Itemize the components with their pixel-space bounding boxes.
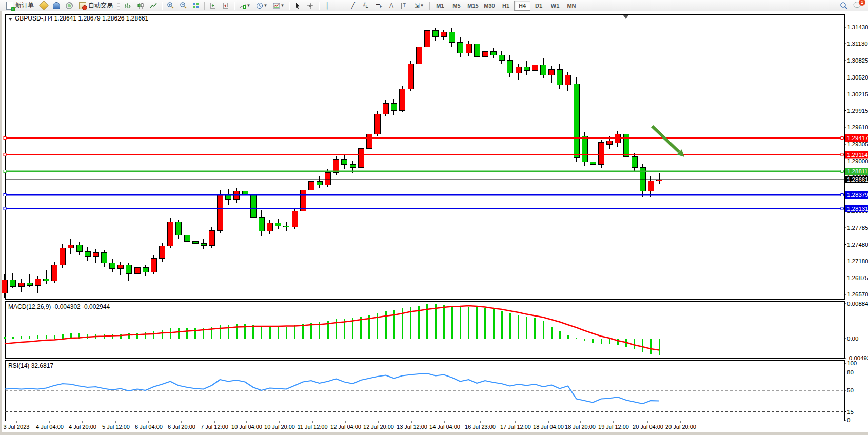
expert-advisors-button[interactable] bbox=[50, 0, 63, 11]
svg-text:5 Jul 12:00: 5 Jul 12:00 bbox=[102, 424, 130, 430]
search-icon[interactable] bbox=[840, 2, 848, 10]
templates-button[interactable]: ▼ bbox=[270, 0, 287, 11]
toolbar-separator bbox=[234, 2, 234, 10]
svg-text:1.31130: 1.31130 bbox=[847, 41, 868, 47]
svg-text:GBPUSD-,H4 1.28641 1.28679 1.: GBPUSD-,H4 1.28641 1.28679 1.28626 1.286… bbox=[15, 15, 149, 22]
fibonacci-button[interactable]: ☰F bbox=[372, 0, 385, 11]
bars-chart-button[interactable] bbox=[122, 0, 134, 11]
svg-text:4 Jul 20:00: 4 Jul 20:00 bbox=[69, 424, 96, 430]
svg-text:1.29915: 1.29915 bbox=[847, 108, 868, 114]
chevron-down-icon: ▼ bbox=[264, 3, 268, 8]
svg-text:1.27785: 1.27785 bbox=[847, 225, 868, 231]
trendline-button[interactable]: ╱ bbox=[347, 0, 359, 11]
new-order-label: 新订单 bbox=[15, 1, 34, 10]
svg-text:10 Jul 20:00: 10 Jul 20:00 bbox=[264, 424, 295, 430]
svg-text:1.29000: 1.29000 bbox=[847, 158, 868, 164]
arrows-button[interactable]: ⇲ ▼ bbox=[411, 0, 427, 11]
svg-text:1.27180: 1.27180 bbox=[847, 258, 868, 264]
text-label-button[interactable]: T bbox=[398, 0, 410, 11]
timeframe-m15[interactable]: M15 bbox=[465, 1, 481, 11]
svg-text:1.30825: 1.30825 bbox=[847, 57, 868, 64]
market-watch-button[interactable] bbox=[37, 0, 50, 11]
auto-scroll-button[interactable] bbox=[207, 0, 219, 11]
svg-text:1.29305: 1.29305 bbox=[847, 141, 868, 147]
svg-text:6 Jul 20:00: 6 Jul 20:00 bbox=[168, 424, 195, 430]
svg-text:100: 100 bbox=[847, 360, 857, 366]
chevron-down-icon: ▼ bbox=[281, 3, 285, 8]
svg-text:10 Jul 04:00: 10 Jul 04:00 bbox=[231, 424, 262, 430]
line-chart-button[interactable] bbox=[147, 0, 160, 11]
candles-chart-button[interactable] bbox=[134, 0, 147, 11]
timeframe-h1[interactable]: H1 bbox=[498, 1, 514, 11]
text-button[interactable]: A bbox=[385, 0, 398, 11]
svg-text:1.28379: 1.28379 bbox=[847, 192, 868, 198]
vertical-line-button[interactable]: │ bbox=[321, 0, 333, 11]
crosshair-icon bbox=[307, 2, 314, 9]
indicators-button[interactable]: ▼ bbox=[236, 0, 253, 11]
auto-trading-button[interactable]: 自动交易 bbox=[76, 0, 116, 11]
zoom-out-button[interactable] bbox=[177, 0, 189, 11]
chart-window[interactable]: GBPUSD-,H4 1.28641 1.28679 1.28626 1.286… bbox=[0, 11, 868, 435]
signals-button[interactable] bbox=[63, 0, 75, 11]
svg-text:16 Jul 23:00: 16 Jul 23:00 bbox=[465, 424, 496, 430]
auto-scroll-icon bbox=[209, 2, 216, 9]
svg-text:1.29417: 1.29417 bbox=[847, 135, 868, 141]
macd-label: MACD(12,26,9) -0.004302 -0.002944 bbox=[8, 303, 110, 310]
horizontal-line-icon: ─ bbox=[338, 3, 343, 9]
svg-text:0.00: 0.00 bbox=[847, 335, 858, 342]
toolbar-separator bbox=[319, 2, 319, 10]
candlestick-chart[interactable]: GBPUSD-,H4 1.28641 1.28679 1.28626 1.286… bbox=[2, 11, 868, 435]
svg-text:18 Jul 20:00: 18 Jul 20:00 bbox=[565, 424, 596, 430]
timeframe-d1[interactable]: D1 bbox=[530, 1, 547, 11]
timeframe-m30[interactable]: M30 bbox=[481, 1, 498, 11]
timeframe-h4[interactable]: H4 bbox=[514, 1, 530, 11]
candles-chart-icon bbox=[137, 2, 144, 9]
tile-windows-button[interactable] bbox=[190, 0, 202, 11]
vertical-line-icon: │ bbox=[325, 3, 329, 9]
zoom-in-button[interactable] bbox=[164, 0, 176, 11]
horizontal-line-button[interactable]: ─ bbox=[334, 0, 346, 11]
svg-text:18 Jul 04:00: 18 Jul 04:00 bbox=[533, 424, 564, 430]
signals-icon bbox=[66, 2, 73, 9]
trendline-icon: ╱ bbox=[351, 3, 354, 9]
svg-text:0: 0 bbox=[847, 417, 850, 423]
svg-text:13 Jul 12:00: 13 Jul 12:00 bbox=[397, 424, 427, 430]
svg-text:1.31430: 1.31430 bbox=[847, 24, 868, 30]
equidistant-channel-button[interactable]: ⫽E bbox=[360, 0, 372, 11]
periods-button[interactable]: ▼ bbox=[253, 0, 270, 11]
timeframe-m1[interactable]: M1 bbox=[432, 1, 448, 11]
equidistant-channel-icon: ⫽E bbox=[363, 2, 368, 8]
svg-text:1.26875: 1.26875 bbox=[847, 275, 868, 281]
toolbar-grip bbox=[117, 2, 120, 10]
timeframe-m5[interactable]: M5 bbox=[448, 1, 465, 11]
svg-text:1.27480: 1.27480 bbox=[847, 242, 868, 248]
svg-text:11 Jul 12:00: 11 Jul 12:00 bbox=[297, 424, 327, 430]
svg-text:14 Jul 04:00: 14 Jul 04:00 bbox=[429, 424, 460, 430]
svg-text:0.008843: 0.008843 bbox=[847, 301, 868, 307]
zoom-out-icon bbox=[180, 2, 187, 9]
svg-text:20 Jul 04:00: 20 Jul 04:00 bbox=[633, 424, 663, 430]
notifications-button[interactable]: 1 bbox=[853, 1, 862, 10]
svg-text:1.26570: 1.26570 bbox=[847, 291, 868, 298]
new-order-button[interactable]: 新订单 bbox=[3, 0, 37, 11]
toolbar-separator bbox=[289, 2, 289, 10]
market-watch-icon bbox=[39, 1, 48, 10]
timeframe-w1[interactable]: W1 bbox=[547, 1, 563, 11]
expert-advisors-icon bbox=[53, 2, 60, 9]
toolbar-separator bbox=[204, 2, 205, 10]
chart-shift-button[interactable] bbox=[220, 0, 232, 11]
svg-text:12 Jul 04:00: 12 Jul 04:00 bbox=[330, 424, 361, 430]
indicators-icon bbox=[239, 2, 246, 9]
svg-text:1.28811: 1.28811 bbox=[847, 168, 868, 174]
text-icon: A bbox=[389, 3, 393, 9]
toolbar-separator bbox=[162, 2, 162, 10]
svg-text:7 Jul 12:00: 7 Jul 12:00 bbox=[201, 424, 228, 430]
timeframe-mn[interactable]: MN bbox=[563, 1, 580, 11]
bars-chart-icon bbox=[124, 2, 131, 9]
svg-text:1.28661: 1.28661 bbox=[847, 176, 868, 183]
cursor-button[interactable] bbox=[291, 0, 304, 11]
chevron-down-icon: ▼ bbox=[247, 3, 251, 8]
new-order-icon bbox=[6, 2, 13, 10]
crosshair-button[interactable] bbox=[304, 0, 317, 11]
notification-badge: 1 bbox=[859, 0, 865, 6]
